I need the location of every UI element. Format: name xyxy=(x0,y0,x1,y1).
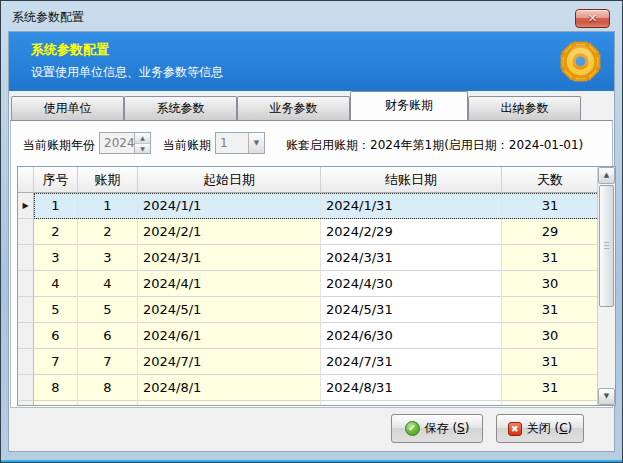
table-row[interactable]: 662024/6/12024/6/3030 xyxy=(18,323,599,349)
period-dropdown-value: 1 xyxy=(216,133,248,153)
seq-cell: 7 xyxy=(34,349,78,375)
tab-0[interactable]: 使用单位 xyxy=(11,96,124,120)
banner-subtitle: 设置使用单位信息、业务参数等信息 xyxy=(31,64,223,81)
end-cell: 2024/1/31 xyxy=(321,193,502,219)
row-selector-cell[interactable] xyxy=(18,375,34,401)
table-body: ▶112024/1/12024/1/3131222024/2/12024/2/2… xyxy=(18,193,599,405)
gear-icon xyxy=(554,35,607,88)
table-row[interactable]: 772024/7/12024/7/3131 xyxy=(18,349,599,375)
column-header-1[interactable]: 账期 xyxy=(78,167,138,193)
period-cell: 7 xyxy=(78,349,138,375)
row-selector-header[interactable] xyxy=(18,167,34,193)
period-cell xyxy=(78,401,138,405)
spinner-down-icon: ▼ xyxy=(140,145,145,152)
close-icon: ✕ xyxy=(588,12,597,25)
scrollbar-thumb[interactable] xyxy=(599,185,614,307)
scrollbar-grip-icon xyxy=(604,242,609,250)
tab-2[interactable]: 业务参数 xyxy=(237,96,350,120)
period-cell: 5 xyxy=(78,297,138,323)
spinner-down-button[interactable]: ▼ xyxy=(135,144,150,154)
seq-cell: 8 xyxy=(34,375,78,401)
end-cell: 2024/8/31 xyxy=(321,375,502,401)
start-cell: 2024/5/1 xyxy=(138,297,321,323)
save-check-icon: ✔ xyxy=(405,421,420,436)
row-selector-cell[interactable] xyxy=(18,271,34,297)
close-x-icon: ✖ xyxy=(508,422,522,436)
end-cell: 2024/6/30 xyxy=(321,323,502,349)
period-cell: 2 xyxy=(78,219,138,245)
seq-cell: 4 xyxy=(34,271,78,297)
column-header-0[interactable]: 序号 xyxy=(34,167,78,193)
seq-cell: 1 xyxy=(34,193,78,219)
row-selector-cell[interactable] xyxy=(18,245,34,271)
days-cell: 30 xyxy=(502,271,599,297)
days-cell: 30 xyxy=(502,323,599,349)
table-row[interactable]: 332024/3/12024/3/3131 xyxy=(18,245,599,271)
days-cell: 31 xyxy=(502,245,599,271)
year-spinner-value: 2024 xyxy=(100,133,134,153)
column-header-2[interactable]: 起始日期 xyxy=(138,167,321,193)
end-cell xyxy=(321,401,502,405)
close-button-label: 关闭 (C) xyxy=(527,420,573,437)
column-header-3[interactable]: 结账日期 xyxy=(321,167,502,193)
start-cell: 2024/3/1 xyxy=(138,245,321,271)
periods-table: 序号账期起始日期结账日期天数 ▶112024/1/12024/1/3131222… xyxy=(17,166,616,406)
start-cell: 2024/6/1 xyxy=(138,323,321,349)
scroll-up-icon: ▲ xyxy=(604,171,609,179)
row-selector-cell[interactable] xyxy=(18,219,34,245)
table-row[interactable]: 222024/2/12024/2/2929 xyxy=(18,219,599,245)
spinner-up-button[interactable]: ▲ xyxy=(135,133,150,144)
row-selector-cell[interactable] xyxy=(18,323,34,349)
close-button[interactable]: ✖ 关闭 (C) xyxy=(496,414,584,443)
row-selector-cell[interactable] xyxy=(18,297,34,323)
dialog-body: 系统参数配置 设置使用单位信息、业务参数等信息 xyxy=(8,31,615,452)
period-cell: 1 xyxy=(78,193,138,219)
start-cell: 2024/4/1 xyxy=(138,271,321,297)
window-close-button[interactable]: ✕ xyxy=(575,9,610,28)
days-cell: 29 xyxy=(502,219,599,245)
scroll-down-button[interactable]: ▼ xyxy=(598,388,615,405)
dropdown-arrow-button[interactable]: ▼ xyxy=(248,133,264,153)
banner: 系统参数配置 设置使用单位信息、业务参数等信息 xyxy=(9,32,614,91)
start-cell: 2024/7/1 xyxy=(138,349,321,375)
days-cell xyxy=(502,401,599,405)
table-scrollbar[interactable]: ▲ ▼ xyxy=(597,167,615,405)
tab-bar: 使用单位系统参数业务参数财务账期出纳参数 xyxy=(11,91,612,120)
table-row[interactable]: 442024/4/12024/4/3030 xyxy=(18,271,599,297)
spinner-up-icon: ▲ xyxy=(140,134,145,141)
start-cell: 2024/2/1 xyxy=(138,219,321,245)
seq-cell: 5 xyxy=(34,297,78,323)
save-button[interactable]: ✔ 保存 (S) xyxy=(391,414,483,443)
end-cell: 2024/7/31 xyxy=(321,349,502,375)
current-year-label: 当前账期年份 xyxy=(23,137,95,154)
current-period-label: 当前账期 xyxy=(163,137,211,154)
title-bar[interactable]: 系统参数配置 ✕ xyxy=(1,1,622,31)
column-header-4[interactable]: 天数 xyxy=(502,167,599,193)
row-selector-cell[interactable] xyxy=(18,349,34,375)
period-dropdown[interactable]: 1 ▼ xyxy=(215,132,265,154)
year-spinner-buttons: ▲ ▼ xyxy=(134,133,150,153)
tab-page-finance-periods: 当前账期年份 2024 ▲ ▼ 当前账期 1 ▼ 账套启用账期：2024年第1期… xyxy=(10,120,613,408)
scroll-up-button[interactable]: ▲ xyxy=(598,167,615,184)
period-cell: 4 xyxy=(78,271,138,297)
row-pointer-icon[interactable]: ▶ xyxy=(18,193,34,219)
seq-cell: 2 xyxy=(34,219,78,245)
days-cell: 31 xyxy=(502,375,599,401)
chevron-down-icon: ▼ xyxy=(254,139,259,147)
ledger-start-period-text: 账套启用账期：2024年第1期(启用日期：2024-01-01) xyxy=(286,137,583,154)
tab-4[interactable]: 出纳参数 xyxy=(468,96,581,120)
table-row[interactable]: ▶112024/1/12024/1/3131 xyxy=(18,193,599,219)
table-row[interactable]: 552024/5/12024/5/3131 xyxy=(18,297,599,323)
table-row[interactable]: 882024/8/12024/8/3131 xyxy=(18,375,599,401)
days-cell: 31 xyxy=(502,193,599,219)
start-cell xyxy=(138,401,321,405)
banner-title: 系统参数配置 xyxy=(31,41,109,59)
window-title: 系统参数配置 xyxy=(12,9,84,26)
window-bottom-edge xyxy=(1,460,622,462)
tab-3[interactable]: 财务账期 xyxy=(350,91,468,120)
row-selector-cell xyxy=(18,401,34,405)
system-parameter-dialog: 系统参数配置 ✕ 系统参数配置 设置使用单位信息、业务参数等信息 xyxy=(0,0,623,463)
end-cell: 2024/5/31 xyxy=(321,297,502,323)
year-spinner[interactable]: 2024 ▲ ▼ xyxy=(99,132,151,154)
tab-1[interactable]: 系统参数 xyxy=(124,96,237,120)
